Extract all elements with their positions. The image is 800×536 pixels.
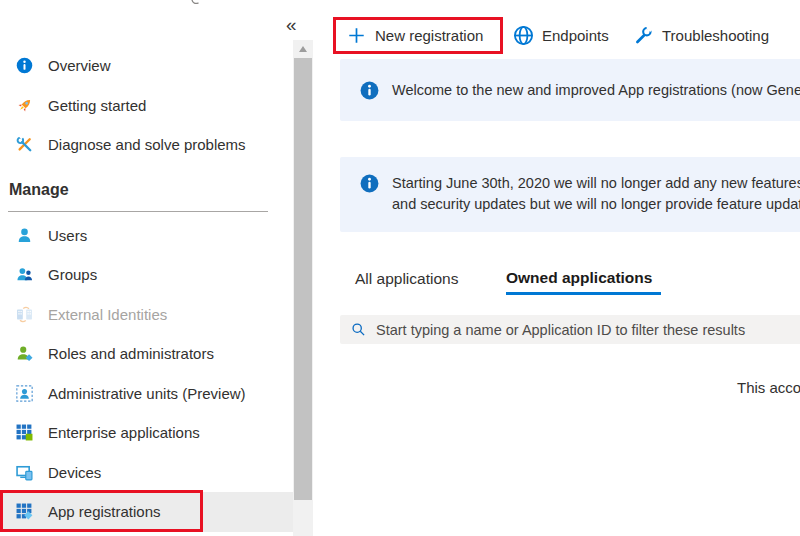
sidebar-item-label: Groups [48, 266, 97, 283]
active-tab-underline [506, 292, 661, 295]
wrench-icon [633, 25, 654, 46]
user-icon [16, 227, 33, 244]
tab-all-applications[interactable]: All applications [355, 270, 458, 288]
rocket-icon [16, 97, 33, 114]
sidebar-item-label: Enterprise applications [48, 424, 200, 441]
info-icon [16, 57, 33, 74]
sidebar-item-external-identities[interactable]: External Identities [0, 295, 293, 335]
sidebar-item-label: Administrative units (Preview) [48, 385, 246, 402]
devices-icon [16, 464, 33, 481]
admin-units-icon [16, 385, 33, 402]
sidebar-item-admin-units[interactable]: Administrative units (Preview) [0, 374, 293, 414]
sidebar-scrollbar[interactable] [293, 40, 313, 536]
sidebar-divider [8, 211, 268, 212]
info-icon [360, 81, 379, 100]
sidebar-item-label: Diagnose and solve problems [48, 136, 246, 153]
globe-icon [513, 25, 534, 46]
roles-icon [16, 345, 33, 362]
deprecation-banner-line2: and security updates but we will no long… [392, 194, 800, 215]
plus-icon [348, 27, 365, 44]
sidebar-item-label: App registrations [48, 503, 161, 520]
empty-state-text: This account isn't listed as the owner o… [737, 379, 800, 396]
sidebar-item-app-registrations[interactable]: App registrations [0, 492, 293, 532]
sidebar-item-label: Overview [48, 57, 111, 74]
tab-owned-applications[interactable]: Owned applications [506, 269, 652, 287]
external-identities-icon [16, 306, 33, 323]
sidebar: « Overview Getting started [0, 0, 313, 536]
new-registration-label: New registration [375, 27, 483, 44]
scrollbar-up-button[interactable] [293, 40, 313, 57]
sidebar-item-label: Devices [48, 464, 101, 481]
filter-search-input[interactable] [374, 321, 800, 339]
search-icon [351, 322, 366, 337]
welcome-banner-text: Welcome to the new and improved App regi… [392, 82, 800, 98]
sidebar-item-diagnose[interactable]: Diagnose and solve problems [0, 125, 293, 165]
scroll-up-arrow-icon [299, 46, 307, 52]
sidebar-item-users[interactable]: Users [0, 216, 293, 256]
sidebar-item-enterprise-apps[interactable]: Enterprise applications [0, 413, 293, 453]
sidebar-item-label: Roles and administrators [48, 345, 214, 362]
main-content: New registration Endpoints Troubleshooti… [313, 0, 800, 536]
group-icon [16, 266, 33, 283]
sidebar-item-label: Getting started [48, 97, 146, 114]
sidebar-item-groups[interactable]: Groups [0, 255, 293, 295]
info-icon [360, 174, 379, 193]
filter-search-box[interactable] [340, 315, 800, 344]
endpoints-label: Endpoints [542, 27, 609, 44]
sidebar-item-getting-started[interactable]: Getting started [0, 86, 293, 126]
sidebar-item-devices[interactable]: Devices [0, 453, 293, 493]
scrollbar-thumb[interactable] [294, 58, 312, 500]
tools-icon [16, 136, 33, 153]
sidebar-item-label: External Identities [48, 306, 167, 323]
welcome-info-banner: Welcome to the new and improved App regi… [340, 59, 800, 121]
endpoints-button[interactable]: Endpoints [513, 17, 609, 54]
enterprise-apps-icon [16, 424, 33, 441]
sidebar-nav: Overview Getting started Diag [0, 0, 293, 532]
troubleshooting-label: Troubleshooting [662, 27, 769, 44]
sidebar-section-manage: Manage [0, 165, 293, 201]
new-registration-button[interactable]: New registration [333, 17, 503, 54]
deprecation-info-banner: Starting June 30th, 2020 we will no long… [340, 157, 800, 232]
sidebar-item-overview[interactable]: Overview [0, 46, 293, 86]
sidebar-item-roles[interactable]: Roles and administrators [0, 334, 293, 374]
app-registrations-icon [16, 503, 33, 520]
troubleshooting-button[interactable]: Troubleshooting [633, 17, 769, 54]
deprecation-banner-line1: Starting June 30th, 2020 we will no long… [392, 173, 800, 194]
sidebar-item-label: Users [48, 227, 87, 244]
